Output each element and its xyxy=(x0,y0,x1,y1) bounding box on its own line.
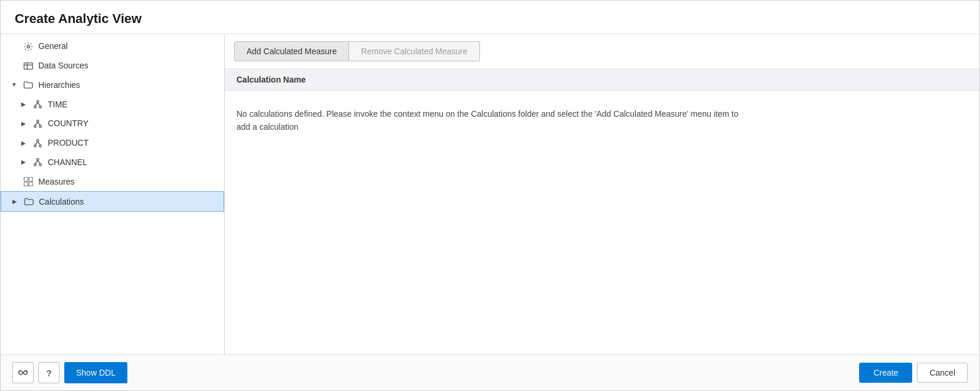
product-expand-icon: ▶ xyxy=(19,139,28,147)
glasses-icon xyxy=(17,366,29,380)
sidebar-item-country[interactable]: ▶ COUNTRY xyxy=(1,114,224,133)
sidebar-item-time-label: TIME xyxy=(48,100,67,109)
svg-point-0 xyxy=(27,45,30,48)
table-icon xyxy=(23,60,34,71)
svg-point-16 xyxy=(40,144,42,147)
svg-rect-27 xyxy=(29,182,32,186)
sidebar-item-country-label: COUNTRY xyxy=(48,119,88,128)
glasses-button[interactable] xyxy=(12,362,34,383)
svg-line-22 xyxy=(35,161,38,164)
svg-point-21 xyxy=(40,164,42,166)
sidebar-item-hierarchies-label: Hierarchies xyxy=(38,80,80,90)
svg-point-14 xyxy=(37,139,39,142)
toolbar: Add Calculated Measure Remove Calculated… xyxy=(225,34,979,69)
svg-point-20 xyxy=(34,164,37,166)
hierarchy-icon-channel xyxy=(32,157,43,168)
sidebar-item-calculations[interactable]: ▶ Calculations xyxy=(1,191,224,212)
sidebar-item-time[interactable]: ▶ TIME xyxy=(1,94,224,114)
country-expand-icon: ▶ xyxy=(19,119,28,127)
svg-line-13 xyxy=(38,122,41,125)
help-button[interactable]: ? xyxy=(38,362,60,383)
sidebar-item-general-label: General xyxy=(38,41,68,51)
hierarchy-icon-time xyxy=(32,98,43,110)
channel-expand-icon: ▶ xyxy=(19,158,28,166)
dialog-title: Create Analytic View xyxy=(15,11,142,26)
svg-point-15 xyxy=(34,144,37,147)
sidebar-item-channel-label: CHANNEL xyxy=(48,157,87,167)
dialog-body: General Data Sources ▼ xyxy=(1,34,979,354)
empty-message: No calculations defined. Please invoke t… xyxy=(225,91,755,150)
main-content: Add Calculated Measure Remove Calculated… xyxy=(225,34,979,354)
folder-icon-hierarchies xyxy=(23,80,34,91)
sidebar-item-measures-label: Measures xyxy=(38,177,74,186)
time-expand-icon: ▶ xyxy=(19,100,28,109)
svg-point-4 xyxy=(37,101,39,103)
add-calculated-measure-button[interactable]: Add Calculated Measure xyxy=(234,41,349,61)
sidebar-item-hierarchies[interactable]: ▼ Hierarchies xyxy=(1,75,224,95)
svg-rect-25 xyxy=(29,178,32,181)
create-analytic-view-dialog: Create Analytic View General xyxy=(0,0,980,391)
sidebar-item-general[interactable]: General xyxy=(1,37,224,56)
footer-right: Create Cancel xyxy=(859,363,968,383)
folder-icon-calculations xyxy=(24,196,34,207)
sidebar-item-data-sources-label: Data Sources xyxy=(38,61,88,70)
sidebar-item-product-label: PRODUCT xyxy=(48,138,88,147)
hierarchy-icon-country xyxy=(32,118,43,129)
svg-line-18 xyxy=(38,142,41,144)
footer-left: ? Show DDL xyxy=(12,362,854,383)
help-icon: ? xyxy=(46,368,51,378)
svg-rect-26 xyxy=(24,182,28,186)
dialog-footer: ? Show DDL Create Cancel xyxy=(1,354,979,390)
svg-rect-24 xyxy=(24,178,28,181)
remove-calculated-measure-button[interactable]: Remove Calculated Measure xyxy=(349,41,480,61)
settings-icon xyxy=(23,41,34,52)
svg-point-10 xyxy=(34,126,37,128)
svg-line-7 xyxy=(35,103,38,106)
dialog-header: Create Analytic View xyxy=(1,1,979,34)
sidebar-item-product[interactable]: ▶ PRODUCT xyxy=(1,133,224,153)
grid-icon-measures xyxy=(23,176,34,187)
cancel-button[interactable]: Cancel xyxy=(917,363,968,383)
svg-line-12 xyxy=(35,122,38,125)
hierarchy-icon-product xyxy=(32,137,43,149)
svg-point-19 xyxy=(37,159,39,161)
table-column-header: Calculation Name xyxy=(225,69,979,91)
svg-point-11 xyxy=(40,126,42,128)
create-button[interactable]: Create xyxy=(859,363,912,383)
hierarchies-expand-icon: ▼ xyxy=(10,81,18,89)
sidebar: General Data Sources ▼ xyxy=(1,34,225,354)
sidebar-item-calculations-label: Calculations xyxy=(39,197,84,206)
measures-expand-placeholder xyxy=(10,178,18,186)
expand-placeholder-ds xyxy=(10,61,18,70)
svg-rect-1 xyxy=(24,63,32,69)
calculations-expand-icon: ▶ xyxy=(11,198,19,206)
sidebar-item-measures[interactable]: Measures xyxy=(1,172,224,191)
expand-placeholder xyxy=(10,42,18,50)
sidebar-item-data-sources[interactable]: Data Sources xyxy=(1,56,224,75)
svg-line-23 xyxy=(38,161,41,164)
svg-point-9 xyxy=(37,120,39,123)
sidebar-item-channel[interactable]: ▶ CHANNEL xyxy=(1,153,224,172)
svg-point-6 xyxy=(40,106,42,109)
svg-line-17 xyxy=(35,142,38,144)
show-ddl-button[interactable]: Show DDL xyxy=(64,362,127,383)
svg-point-5 xyxy=(34,106,37,109)
svg-line-8 xyxy=(38,103,41,106)
